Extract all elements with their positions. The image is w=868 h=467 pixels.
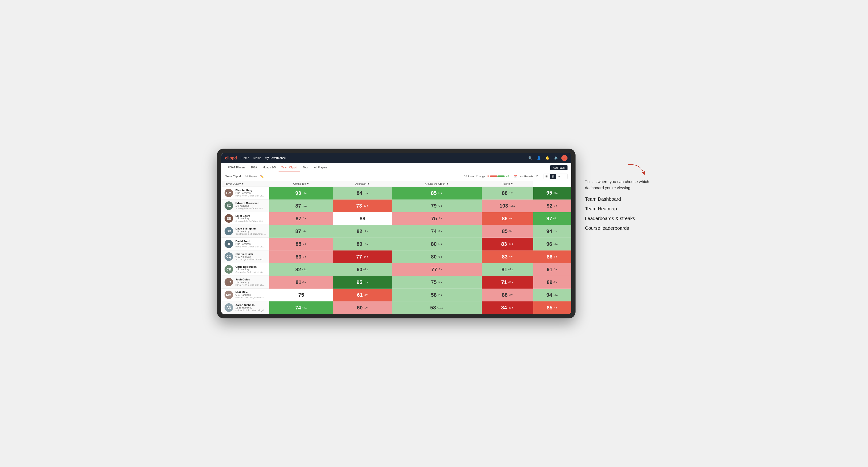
score-inner: 61 -3▼ [333, 289, 392, 301]
player-cell[interactable]: EE Elliot Ebert 1-5 Handicap Sunningdale… [221, 212, 269, 225]
score-value: 60 [356, 267, 362, 273]
player-cell[interactable]: BM Blair McHarg Plus Handicap Royal Nort… [221, 187, 269, 199]
score-aroundTheGreen: 71 -11▼ [482, 276, 533, 289]
score-inner: 93 +4▲ [269, 187, 333, 199]
score-value: 87 [295, 228, 301, 235]
player-name: Chris Robertson [236, 266, 266, 268]
add-team-button[interactable]: Add Team [550, 165, 567, 170]
nav-links: Home Teams My Performance [242, 155, 523, 161]
score-putting: 92 -3▼ [533, 199, 571, 212]
sub-nav-tour[interactable]: Tour [300, 164, 311, 172]
score-value: 80 [431, 254, 437, 260]
table-row: CQ Charlie Quick 6-10 Handicap St. Georg… [221, 250, 571, 263]
dashboard-options: Team Dashboard Team Heatmap Leaderboards… [585, 196, 651, 231]
col-header-around-green[interactable]: Around the Green ▼ [392, 181, 482, 187]
score-inner: 103 +15▲ [482, 199, 533, 212]
player-cell[interactable]: EC Edward Crossman 1-5 Handicap Sunningd… [221, 199, 269, 212]
score-value: 71 [501, 279, 507, 285]
score-inner: 74 +8▲ [269, 302, 333, 314]
score-change: +4▲ [363, 230, 368, 232]
sub-nav-hcaps[interactable]: Hcaps 1-5 [260, 164, 279, 172]
score-value: 95 [356, 279, 362, 285]
sub-nav-pgat[interactable]: PGAT Players [225, 164, 248, 172]
score-value: 85 [431, 190, 437, 196]
score-value: 83 [502, 254, 507, 260]
sub-nav-pga[interactable]: PGA [248, 164, 260, 172]
score-change: +6▲ [363, 192, 368, 194]
list-view-button[interactable]: ≡ [556, 174, 562, 179]
arrow-svg [623, 163, 651, 177]
nav-my-performance[interactable]: My Performance [265, 155, 286, 161]
nav-home[interactable]: Home [242, 155, 249, 161]
player-club: Woburn Golf Club, United Kingdom [236, 296, 266, 299]
player-cell[interactable]: JC Josh Coles 1-5 Handicap Royal North D… [221, 276, 269, 288]
score-change: -3▼ [364, 294, 368, 296]
option-team-dashboard: Team Dashboard [585, 196, 651, 202]
score-value: 82 [356, 228, 362, 235]
calendar-icon: 📅 [514, 175, 517, 178]
option-team-heatmap: Team Heatmap [585, 206, 651, 212]
score-change: -2▼ [553, 281, 558, 283]
player-cell[interactable]: CR Chris Robertson 1-5 Handicap Craigmil… [221, 263, 269, 276]
score-change: +9▲ [437, 205, 442, 207]
score-value: 95 [546, 190, 552, 196]
user-icon[interactable]: 👤 [536, 155, 541, 161]
grid-view-button[interactable]: ⊞ [544, 174, 550, 179]
player-cell[interactable]: DF David Ford Plus Handicap Royal North … [221, 238, 269, 250]
score-value: 91 [547, 267, 552, 273]
player-handicap: Plus Handicap [236, 243, 266, 245]
score-value: 80 [431, 241, 437, 247]
score-change: -21▼ [508, 306, 514, 309]
score-change: -8▼ [553, 255, 558, 258]
download-button[interactable]: ↓ [562, 174, 567, 179]
player-cell[interactable]: DB Dave Billingham 1-5 Handicap Gog Mago… [221, 225, 269, 238]
col-header-putting[interactable]: Putting ▼ [482, 181, 533, 187]
option-leaderboards: Leaderboards & streaks [585, 216, 651, 221]
search-icon[interactable]: 🔍 [527, 155, 533, 161]
score-value: 85 [502, 228, 507, 235]
score-change: +2▲ [363, 268, 368, 271]
score-value: 75 [431, 216, 437, 222]
score-playerQuality: 87 +1▲ [269, 199, 333, 212]
score-offTheTee: 61 -3▼ [333, 289, 392, 302]
col-header-player[interactable]: Player Quality ▼ [221, 181, 269, 187]
score-putting: 96 +3▲ [533, 238, 571, 250]
score-change: +7▲ [363, 243, 368, 245]
score-inner: 71 -11▼ [482, 276, 533, 288]
player-cell[interactable]: AN Aaron Nicholls 11-15 Handicap Drift G… [221, 302, 269, 314]
score-value: 86 [547, 254, 552, 260]
score-change: -3▼ [508, 230, 513, 232]
table-row: DB Dave Billingham 1-5 Handicap Gog Mago… [221, 225, 571, 238]
score-value: 58 [430, 305, 436, 311]
score-value: 58 [431, 292, 437, 298]
score-inner: 85 +8▲ [392, 187, 482, 199]
heatmap-view-button[interactable]: ▦ [550, 174, 556, 179]
score-change: +3▲ [302, 268, 307, 271]
score-playerQuality: 87 -3▼ [269, 212, 333, 225]
col-header-approach[interactable]: Approach ▼ [333, 181, 392, 187]
score-inner: 89 +7▲ [333, 238, 392, 250]
nav-teams[interactable]: Teams [253, 155, 261, 161]
bell-icon[interactable]: 🔔 [545, 155, 550, 161]
score-putting: 94 +1▲ [533, 225, 571, 238]
player-name: Matt Miller [236, 291, 266, 294]
player-handicap: 1-5 Handicap [236, 217, 266, 220]
player-info: Elliot Ebert 1-5 Handicap Sunningdale Go… [236, 214, 266, 222]
col-header-off-tee[interactable]: Off the Tee ▼ [269, 181, 333, 187]
option-course-leaderboards: Course leaderboards [585, 225, 651, 231]
sub-nav: PGAT Players PGA Hcaps 1-5 Team Clippd T… [221, 163, 571, 172]
last-rounds-button[interactable]: 📅 Last Rounds: 20 [512, 174, 540, 179]
player-name: Dave Billingham [236, 227, 266, 230]
edit-icon[interactable]: ✏️ [260, 175, 264, 178]
team-count: | 14 Players [244, 175, 257, 178]
score-inner: 87 -3▼ [269, 212, 333, 225]
avatar[interactable]: U [561, 155, 567, 161]
team-name: Team Clippd [225, 175, 241, 178]
player-cell[interactable]: MM Matt Miller 6-10 Handicap Woburn Golf… [221, 289, 269, 301]
player-cell[interactable]: CQ Charlie Quick 6-10 Handicap St. Georg… [221, 250, 269, 263]
score-inner: 75 -3▼ [392, 212, 482, 225]
sub-nav-all-players[interactable]: All Players [311, 164, 330, 172]
sub-nav-team-clippd[interactable]: Team Clippd [279, 164, 300, 172]
settings-icon[interactable]: ⚙️ [553, 155, 559, 161]
score-inner: 84 +6▲ [333, 187, 392, 199]
